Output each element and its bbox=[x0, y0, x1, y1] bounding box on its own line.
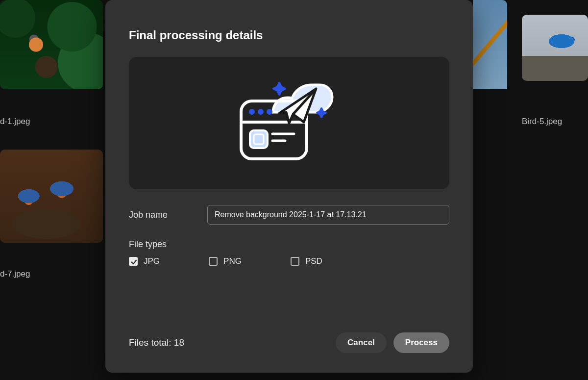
process-button[interactable]: Process bbox=[393, 332, 449, 353]
asset-filename: d-1.jpeg bbox=[0, 117, 30, 127]
modal-illustration bbox=[129, 57, 449, 189]
job-name-label: Job name bbox=[129, 210, 207, 220]
svg-point-4 bbox=[267, 109, 272, 115]
file-type-jpg-checkbox[interactable]: JPG bbox=[129, 256, 160, 266]
checkbox-label: PSD bbox=[305, 256, 322, 266]
asset-thumbnail[interactable] bbox=[473, 0, 507, 109]
file-type-png-checkbox[interactable]: PNG bbox=[209, 256, 242, 266]
job-name-row: Job name bbox=[129, 205, 449, 225]
cloud-send-illustration-icon bbox=[230, 74, 348, 172]
file-types-row: JPG PNG PSD bbox=[129, 256, 449, 266]
asset-thumbnail[interactable] bbox=[0, 150, 103, 243]
final-processing-modal: Final processing details bbox=[105, 0, 473, 373]
asset-thumbnail[interactable] bbox=[0, 0, 103, 89]
asset-filename: d-7.jpeg bbox=[0, 269, 30, 279]
checkbox-icon bbox=[209, 257, 218, 266]
checkbox-icon bbox=[291, 257, 299, 266]
checkbox-icon bbox=[129, 257, 138, 266]
asset-filename: Bird-5.jpeg bbox=[522, 117, 562, 127]
svg-point-3 bbox=[258, 109, 264, 115]
file-types-label: File types bbox=[129, 239, 449, 250]
checkbox-label: PNG bbox=[223, 256, 242, 266]
modal-footer: Files total: 18 Cancel Process bbox=[129, 332, 449, 353]
checkbox-label: JPG bbox=[144, 256, 160, 266]
modal-title: Final processing details bbox=[129, 28, 449, 42]
asset-thumbnail[interactable] bbox=[522, 15, 588, 81]
file-type-psd-checkbox[interactable]: PSD bbox=[291, 256, 322, 266]
cancel-button[interactable]: Cancel bbox=[336, 332, 387, 353]
job-name-input[interactable] bbox=[207, 205, 449, 225]
svg-rect-5 bbox=[250, 130, 268, 148]
files-total-label: Files total: 18 bbox=[129, 337, 184, 348]
svg-point-2 bbox=[249, 109, 255, 115]
